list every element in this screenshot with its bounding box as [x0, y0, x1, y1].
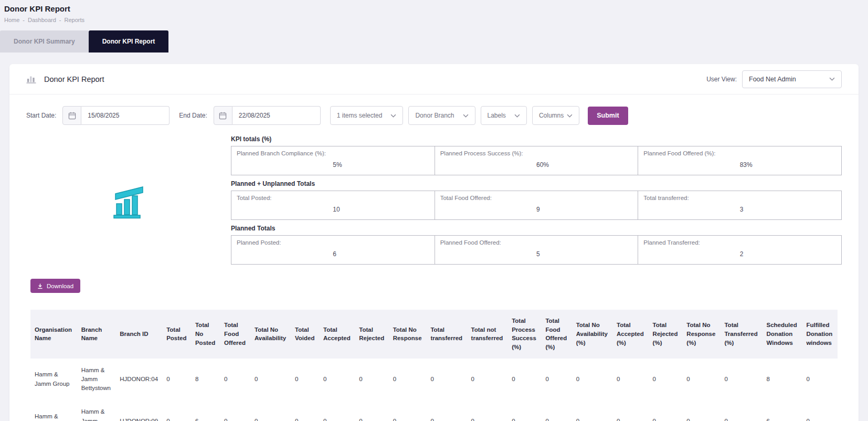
report-table: Organisation NameBranch NameBranch IDTot… — [30, 310, 838, 421]
table-cell: 0 — [720, 400, 762, 421]
kpi-cell: Planned Transferred:2 — [638, 236, 841, 264]
chevron-down-icon — [390, 114, 396, 118]
column-header: Total Accepted — [319, 310, 355, 359]
table-cell: 0 — [682, 359, 720, 401]
column-header: Branch Name — [77, 310, 116, 359]
table-cell: 0 — [355, 359, 388, 401]
kpi-cell-value: 5% — [333, 161, 429, 169]
kpi-cell-value: 5 — [536, 250, 632, 258]
column-header: Fulfilled Donation windows — [802, 310, 838, 359]
table-cell: Hamm & Jamm Group — [30, 359, 77, 401]
column-header: Total not transferred — [467, 310, 508, 359]
table-cell: 0 — [720, 359, 762, 401]
end-date-input[interactable] — [232, 106, 321, 125]
kpi-cell-value: 6 — [333, 250, 429, 258]
tab-donor-kpi-report[interactable]: Donor KPI Report — [89, 30, 169, 52]
calendar-icon[interactable] — [62, 106, 81, 125]
calendar-icon[interactable] — [214, 106, 232, 125]
kpi-section-heading: Planned Totals — [231, 225, 842, 232]
dropdown-label: Donor Branch — [415, 112, 454, 119]
column-header: Total transferred — [426, 310, 467, 359]
labels-dropdown[interactable]: Labels — [481, 106, 527, 125]
table-row: Hamm & Jamm GroupHamm & Jamm CallanHJDON… — [30, 400, 838, 421]
kpi-cell-label: Planned Posted: — [237, 239, 429, 246]
submit-button[interactable]: Submit — [588, 107, 628, 125]
column-header: Total No Response — [389, 310, 427, 359]
table-row: Hamm & Jamm GroupHamm & Jamm BettystownH… — [30, 359, 838, 401]
table-cell: 0 — [250, 400, 291, 421]
kpi-cell-label: Total transferred: — [643, 195, 836, 201]
chevron-down-icon — [829, 77, 835, 81]
column-header: Total Food Offered (%) — [541, 310, 571, 359]
table-cell: 0 — [802, 400, 838, 421]
user-view-group: User View: Food Net Admin — [706, 70, 842, 88]
kpi-cell-label: Planned Branch Compliance (%): — [237, 150, 429, 156]
columns-dropdown[interactable]: Columns — [532, 106, 579, 125]
table-cell: HJDONOR:04 — [115, 359, 162, 401]
table-cell: 0 — [507, 359, 541, 401]
kpi-cell-label: Planned Process Success (%): — [440, 150, 633, 156]
filter-bar: Start Date: End Date: 1 items selected D… — [9, 94, 859, 127]
column-header: Total Food Offered — [220, 310, 250, 359]
kpi-row: Planned Posted:6Planned Food Offered:5Pl… — [231, 235, 842, 265]
table-cell: 0 — [220, 400, 250, 421]
column-header: Total No Availability — [250, 310, 291, 359]
breadcrumb-dashboard[interactable]: Dashboard — [28, 17, 56, 23]
table-cell: 0 — [802, 359, 838, 401]
column-header: Total Accepted (%) — [612, 310, 649, 359]
breadcrumb-separator: - — [23, 17, 25, 23]
table-cell: 0 — [426, 359, 467, 401]
user-view-select[interactable]: Food Net Admin — [742, 70, 842, 88]
table-cell: 0 — [572, 400, 612, 421]
table-cell: 0 — [467, 359, 508, 401]
kpi-cell-label: Planned Transferred: — [643, 239, 836, 246]
kpi-cell: Planned Process Success (%):60% — [435, 146, 639, 175]
table-cell: 0 — [612, 400, 649, 421]
table-cell: 0 — [319, 359, 355, 401]
table-cell: 0 — [291, 359, 319, 401]
table-cell: 0 — [507, 400, 541, 421]
download-icon — [37, 283, 43, 289]
user-view-label: User View: — [706, 76, 737, 83]
chevron-down-icon — [567, 114, 573, 118]
table-cell: 0 — [162, 359, 191, 401]
table-cell: 0 — [291, 400, 319, 421]
table-cell: 0 — [649, 400, 683, 421]
download-button[interactable]: Download — [30, 279, 80, 293]
end-date-label: End Date: — [179, 112, 207, 119]
kpi-cell-label: Planned Food Offered: — [440, 239, 633, 246]
kpi-section: Planned TotalsPlanned Posted:6Planned Fo… — [231, 225, 842, 265]
table-cell: Hamm & Jamm Bettystown — [77, 359, 116, 401]
donor-branch-dropdown[interactable]: Donor Branch — [408, 106, 475, 125]
dropdown-label: Columns — [539, 112, 564, 119]
start-date-input[interactable] — [81, 106, 170, 125]
table-cell: 0 — [355, 400, 388, 421]
table-cell: 0 — [426, 400, 467, 421]
kpi-cell-value: 2 — [740, 250, 836, 258]
kpi-row: Total Posted:10Total Food Offered:9Total… — [231, 191, 842, 220]
table-cell: 0 — [649, 359, 683, 401]
kpi-section-heading: KPI totals (%) — [231, 135, 842, 143]
column-header: Total No Response (%) — [682, 310, 720, 359]
kpi-area: KPI totals (%)Planned Branch Compliance … — [9, 127, 859, 269]
tab-bar: Donor KPI Summary Donor KPI Report — [0, 30, 868, 52]
card-title: Donor KPI Report — [44, 75, 104, 83]
column-header: Branch ID — [115, 310, 162, 359]
kpi-cell: Planned Food Offered:5 — [435, 236, 639, 264]
table-cell: HJDONOR:09 — [115, 400, 162, 421]
table-cell: 8 — [191, 359, 220, 401]
column-header: Total No Posted — [191, 310, 220, 359]
table-cell: 0 — [682, 400, 720, 421]
breadcrumb-home[interactable]: Home — [4, 17, 19, 23]
breadcrumb-reports[interactable]: Reports — [65, 17, 85, 23]
items-selected-dropdown[interactable]: 1 items selected — [330, 106, 404, 125]
bar-chart-illustration — [26, 135, 231, 269]
dropdown-label: 1 items selected — [337, 112, 383, 119]
column-header: Total Posted — [162, 310, 191, 359]
card-header: Donor KPI Report User View: Food Net Adm… — [9, 64, 859, 94]
kpi-cell-value: 9 — [536, 206, 632, 213]
download-button-label: Download — [47, 283, 73, 289]
table-body: Hamm & Jamm GroupHamm & Jamm BettystownH… — [30, 359, 838, 421]
tab-donor-kpi-summary[interactable]: Donor KPI Summary — [0, 30, 89, 52]
page-title: Donor KPI Report — [4, 4, 864, 13]
